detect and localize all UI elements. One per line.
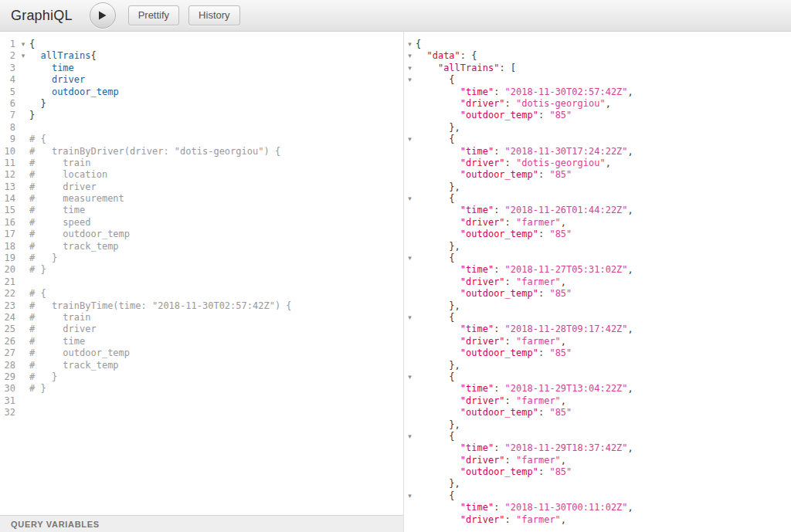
code-line: 18# track_temp	[0, 241, 403, 252]
code-line: "time": "2018-11-30T00:11:02Z",	[404, 502, 791, 513]
fold-spacer	[404, 502, 416, 513]
code-line: ▾ {	[404, 134, 791, 145]
code-text: "outdoor_temp": "85"	[416, 347, 572, 359]
code-line: "driver": "dotis-georgiou",	[404, 98, 791, 110]
line-number: 15	[0, 205, 17, 216]
line-number: 5	[0, 86, 17, 98]
code-line: "time": "2018-11-30T02:57:42Z",	[404, 86, 791, 98]
code-line: 4 driver	[0, 74, 403, 86]
line-number: 18	[0, 241, 17, 252]
fold-spacer	[404, 86, 416, 98]
fold-arrow-icon[interactable]: ▾	[404, 312, 416, 324]
code-line: ▾ "allTrains": [	[404, 63, 791, 74]
line-number: 7	[0, 110, 17, 121]
code-line: "outdoor_temp": "85"	[404, 110, 791, 121]
history-button[interactable]: History	[188, 5, 239, 25]
code-line: "time": "2018-11-29T18:37:42Z",	[404, 442, 791, 454]
line-number: 10	[0, 146, 17, 158]
fold-arrow-icon[interactable]: ▾	[404, 431, 416, 442]
fold-arrow-icon[interactable]: ▾	[404, 371, 416, 383]
code-line: 13# driver	[0, 181, 403, 193]
fold-spacer	[17, 324, 29, 335]
code-line: 21	[0, 276, 403, 288]
fold-spacer	[404, 181, 416, 193]
code-line: 2▾ allTrains{	[0, 50, 403, 62]
fold-spacer	[17, 169, 29, 181]
fold-arrow-icon[interactable]: ▾	[404, 252, 416, 264]
code-text: {	[416, 39, 421, 50]
code-line: 20# }	[0, 264, 403, 276]
code-line: 30# }	[0, 383, 403, 395]
fold-spacer	[17, 241, 29, 252]
code-text: "allTrains": [	[416, 63, 516, 74]
code-text: # time	[29, 336, 85, 347]
fold-arrow-icon[interactable]: ▾	[404, 193, 416, 205]
code-text: # train	[29, 312, 90, 324]
code-text: },	[416, 419, 460, 431]
line-number: 9	[0, 134, 17, 145]
code-line: 31	[0, 395, 403, 407]
line-number: 30	[0, 383, 17, 395]
code-text: },	[416, 360, 460, 371]
fold-spacer	[17, 86, 29, 98]
fold-arrow-icon[interactable]: ▾	[404, 134, 416, 145]
result-viewer[interactable]: ▾{▾ "data": {▾ "allTrains": [▾ { "time":…	[404, 32, 791, 526]
fold-arrow-icon[interactable]: ▾	[17, 50, 29, 62]
fold-arrow-icon[interactable]: ▾	[17, 39, 29, 50]
code-text: },	[416, 122, 460, 134]
code-line: "outdoor_temp": "85"	[404, 229, 791, 240]
code-line: 17# outdoor_temp	[0, 229, 403, 240]
code-text: "time": "2018-11-28T09:17:42Z",	[416, 324, 633, 335]
fold-spacer	[404, 300, 416, 312]
fold-spacer	[404, 264, 416, 276]
code-text: "driver": "farmer",	[416, 455, 566, 466]
code-text: # measurement	[29, 193, 124, 205]
fold-arrow-icon[interactable]: ▾	[404, 490, 416, 502]
code-text: "driver": "dotis-georgiou",	[416, 98, 611, 110]
code-text: # track_temp	[29, 360, 119, 371]
code-text: },	[416, 181, 460, 193]
fold-spacer	[404, 158, 416, 169]
fold-spacer	[17, 264, 29, 276]
code-line: 15# time	[0, 205, 403, 216]
code-text: },	[416, 478, 460, 490]
fold-arrow-icon[interactable]: ▾	[404, 50, 416, 62]
fold-spacer	[404, 347, 416, 359]
code-text: # }	[29, 252, 57, 264]
code-text: # }	[29, 371, 57, 383]
fold-spacer	[17, 229, 29, 240]
fold-spacer	[404, 229, 416, 240]
fold-arrow-icon[interactable]: ▾	[404, 39, 416, 50]
fold-spacer	[404, 205, 416, 216]
code-line: "driver": "farmer",	[404, 217, 791, 229]
play-icon	[98, 11, 107, 20]
code-text: "time": "2018-11-29T18:37:42Z",	[416, 442, 633, 454]
fold-spacer	[17, 146, 29, 158]
fold-arrow-icon[interactable]: ▾	[404, 74, 416, 86]
code-line: "outdoor_temp": "85"	[404, 347, 791, 359]
fold-spacer	[404, 146, 416, 158]
code-text: "outdoor_temp": "85"	[416, 466, 572, 478]
query-variables-title[interactable]: QUERY VARIABLES	[0, 515, 403, 532]
code-text: # {	[29, 134, 46, 145]
line-number: 23	[0, 300, 17, 312]
code-line: "outdoor_temp": "85"	[404, 169, 791, 181]
code-text: "time": "2018-11-30T00:11:02Z",	[416, 502, 633, 513]
code-line: 23# trainByTime(time: "2018-11-30T02:57:…	[0, 300, 403, 312]
code-text: "driver": "farmer",	[416, 217, 566, 229]
query-editor[interactable]: 1▾{2▾ allTrains{3 time4 driver5 outdoor_…	[0, 32, 403, 515]
code-text: "time": "2018-11-27T05:31:02Z",	[416, 264, 633, 276]
app-logo: GraphiQL	[11, 8, 73, 24]
code-text: "outdoor_temp": "85"	[416, 169, 572, 181]
line-number: 11	[0, 158, 17, 169]
code-line: ▾{	[404, 39, 791, 50]
fold-spacer	[404, 98, 416, 110]
code-text: }	[29, 98, 46, 110]
code-line: },	[404, 122, 791, 134]
execute-button[interactable]	[90, 2, 116, 29]
prettify-button[interactable]: Prettify	[128, 5, 179, 25]
code-text: # location	[29, 169, 107, 181]
code-text: # outdoor_temp	[29, 229, 130, 240]
fold-spacer	[404, 110, 416, 121]
fold-arrow-icon[interactable]: ▾	[404, 63, 416, 74]
